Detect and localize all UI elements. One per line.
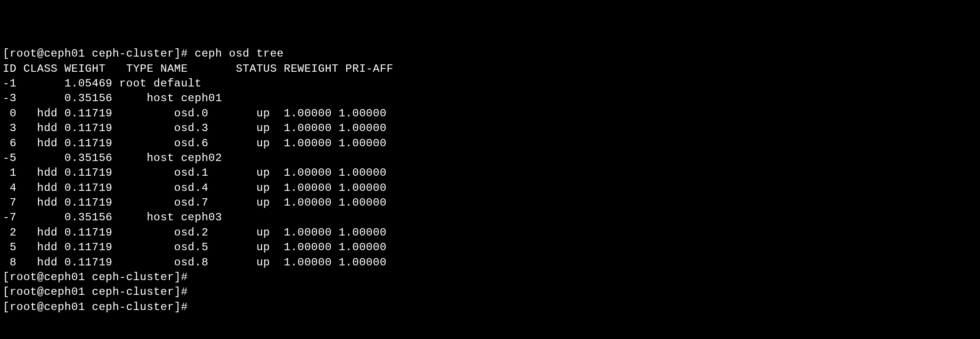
prompt-line: [root@ceph01 ceph-cluster]# <box>3 285 977 299</box>
table-row: 4 hdd 0.11719 osd.4 up 1.00000 1.00000 <box>3 181 977 195</box>
table-row: 2 hdd 0.11719 osd.2 up 1.00000 1.00000 <box>3 225 977 240</box>
table-header: ID CLASS WEIGHT TYPE NAME STATUS REWEIGH… <box>3 62 977 76</box>
table-row: 8 hdd 0.11719 osd.8 up 1.00000 1.00000 <box>3 255 977 270</box>
table-row: 0 hdd 0.11719 osd.0 up 1.00000 1.00000 <box>3 106 977 121</box>
table-row: 5 hdd 0.11719 osd.5 up 1.00000 1.00000 <box>3 240 977 255</box>
table-row: 3 hdd 0.11719 osd.3 up 1.00000 1.00000 <box>3 121 977 136</box>
prompt-line: [root@ceph01 ceph-cluster]# <box>3 300 977 315</box>
table-row: 1 hdd 0.11719 osd.1 up 1.00000 1.00000 <box>3 166 977 180</box>
table-row: -3 0.35156 host ceph01 <box>3 91 977 106</box>
prompt-line: [root@ceph01 ceph-cluster]# <box>3 270 977 285</box>
table-row: 6 hdd 0.11719 osd.6 up 1.00000 1.00000 <box>3 136 977 151</box>
table-row: 7 hdd 0.11719 osd.7 up 1.00000 1.00000 <box>3 195 977 210</box>
table-row: -1 1.05469 root default <box>3 76 977 91</box>
command-line: [root@ceph01 ceph-cluster]# ceph osd tre… <box>3 46 977 61</box>
terminal-output[interactable]: [root@ceph01 ceph-cluster]# ceph osd tre… <box>3 46 977 315</box>
table-row: -7 0.35156 host ceph03 <box>3 210 977 225</box>
table-row: -5 0.35156 host ceph02 <box>3 151 977 166</box>
